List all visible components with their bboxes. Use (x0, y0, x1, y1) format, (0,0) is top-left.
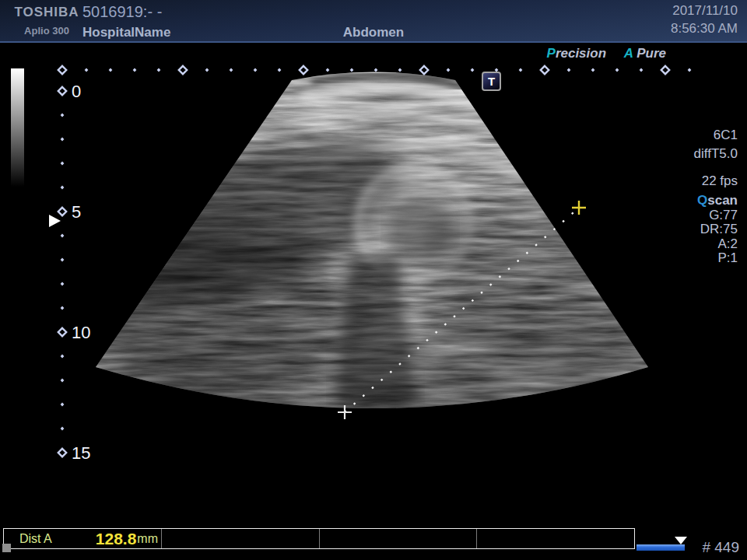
measurement-value: 128.8 (96, 530, 137, 548)
dynamic-range-label: DR:75 (694, 222, 738, 237)
measurement-label: Dist A (19, 532, 52, 546)
probe-label: 6C1 (694, 126, 738, 145)
frame-rate-label: 22 fps (694, 172, 738, 191)
imaging-tech-line: Precision A Pure (547, 46, 666, 61)
measurement-result-table: Dist A 128.8 mm (3, 528, 635, 549)
patient-id: 5016919:- - (82, 3, 170, 21)
header-bar: TOSHIBA Aplio 300 5016919:- - HospitalNa… (0, 0, 747, 43)
empty-result-cell (320, 529, 478, 548)
depth-label: 10 (72, 323, 90, 342)
datetime-block: 2017/11/10 8:56:30 AM (671, 3, 738, 39)
imaging-parameters-panel: 6C1 diffT5.0 22 fps Qscan G:77 DR:75 A:2… (694, 126, 738, 266)
persistence-label: P:1 (694, 251, 738, 266)
probe-orientation-marker[interactable]: T (482, 72, 501, 91)
preset-label: diffT5.0 (694, 145, 738, 163)
depth-label: 5 (72, 202, 81, 222)
empty-result-cell (477, 529, 634, 548)
date-label: 2017/11/10 (671, 3, 738, 19)
depth-label: 15 (72, 443, 90, 463)
grayscale-bar (11, 68, 24, 187)
aperture-label: A:2 (694, 237, 738, 252)
apure-label: A Pure (624, 46, 666, 61)
time-label: 8:56:30 AM (671, 21, 738, 37)
caliper-end-cross-icon[interactable] (572, 201, 586, 215)
measurement-unit: mm (137, 532, 158, 546)
corner-chip (2, 544, 11, 552)
precision-label: Precision (547, 46, 607, 61)
cine-progress-bar[interactable] (637, 544, 685, 551)
frame-counter: # 449 (702, 539, 739, 556)
ultrasound-fan (76, 62, 669, 459)
qscan-label: Qscan (694, 194, 738, 208)
focus-marker-icon[interactable] (49, 215, 61, 227)
ultrasound-screen: { "header": { "brand": "TOSHIBA", "model… (0, 0, 747, 560)
cine-thumb-icon[interactable] (675, 537, 687, 544)
exam-type-label: Abdomen (0, 25, 747, 40)
brand-logo: TOSHIBA (8, 5, 86, 20)
measurement-cell: Dist A 128.8 mm (4, 529, 162, 548)
gain-label: G:77 (694, 208, 738, 223)
ultrasound-image-area: 051015 (0, 0, 747, 560)
depth-label: 0 (72, 82, 81, 101)
empty-result-cell (162, 529, 320, 548)
depth-scale-ruler: 051015 (58, 82, 91, 463)
